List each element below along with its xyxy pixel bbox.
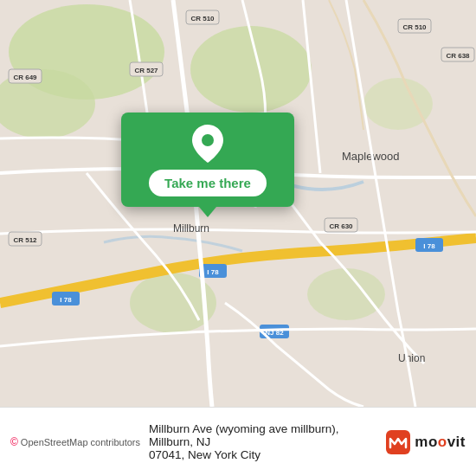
svg-text:I 78: I 78 [60, 296, 72, 304]
svg-text:CR 630: CR 630 [329, 222, 353, 230]
svg-text:Millburn: Millburn [173, 222, 209, 235]
svg-text:CR 512: CR 512 [13, 236, 37, 244]
svg-text:CR 510: CR 510 [402, 23, 427, 31]
location-popup: Take me there [121, 113, 294, 207]
osm-text: OpenStreetMap contributors [21, 437, 140, 447]
bottom-bar: © OpenStreetMap contributors Millburn Av… [0, 407, 476, 476]
svg-point-5 [307, 268, 385, 320]
take-me-there-button[interactable]: Take me there [149, 170, 267, 196]
svg-text:I 78: I 78 [207, 268, 219, 276]
svg-point-32 [202, 134, 214, 146]
copyright-symbol: © [10, 436, 18, 448]
address-line1: Millburn Ave (wyoming ave millburn), Mil… [149, 422, 377, 448]
address-block: Millburn Ave (wyoming ave millburn), Mil… [149, 422, 377, 461]
osm-attribution: © OpenStreetMap contributors [10, 436, 140, 448]
svg-text:Union: Union [398, 352, 425, 364]
map-pin-icon [192, 125, 223, 163]
moovit-logo: moovit [386, 430, 466, 454]
svg-text:CR 649: CR 649 [13, 74, 37, 81]
svg-text:CR 527: CR 527 [134, 67, 158, 74]
svg-text:CR 638: CR 638 [446, 52, 470, 60]
svg-point-6 [363, 78, 433, 130]
map-container: I 78 I 78 I 78 NJ 82 CR 510 CR 510 CR 63… [0, 0, 476, 407]
svg-text:I 78: I 78 [423, 242, 435, 250]
moovit-text: moovit [415, 434, 466, 451]
address-line2: 07041, New York City [149, 448, 377, 461]
moovit-icon [386, 430, 410, 454]
svg-text:CR 510: CR 510 [190, 15, 215, 23]
